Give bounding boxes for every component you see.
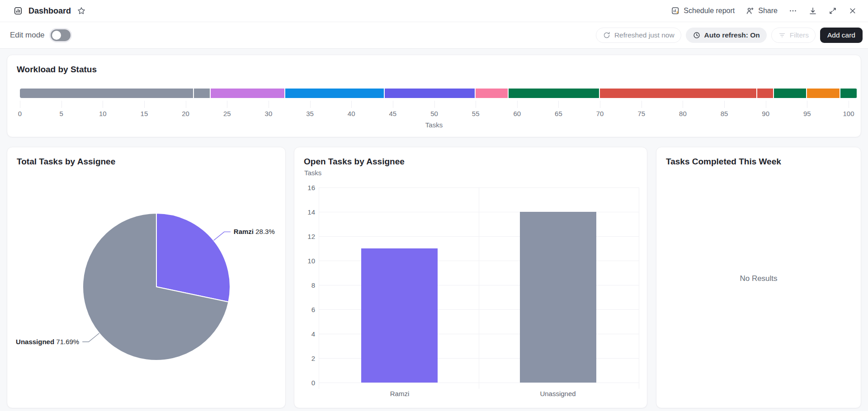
refreshed-label: Refreshed just now: [614, 31, 675, 39]
y-tick-label: 2: [298, 355, 315, 362]
pie-label-unassigned: Unassigned 71.69%: [16, 338, 79, 346]
clock-icon: [693, 31, 701, 39]
status-segment-gray[interactable]: [20, 89, 194, 98]
status-segment-orchid[interactable]: [211, 89, 285, 98]
bar-ramzi[interactable]: [361, 248, 438, 383]
status-segment-blue[interactable]: [285, 89, 385, 98]
dashboard-icon: [14, 6, 23, 15]
expand-button[interactable]: [828, 6, 837, 15]
pie-slice-ramzi[interactable]: [156, 213, 230, 302]
card-title: Open Tasks by Assignee: [304, 157, 405, 167]
v-gridline: [479, 187, 479, 389]
schedule-report-icon: [671, 6, 680, 15]
pie-label-ramzi: Ramzi 28.3%: [234, 228, 275, 235]
tick-line: [600, 101, 600, 108]
refresh-icon: [603, 31, 611, 39]
expand-icon: [828, 6, 837, 15]
tick-line: [20, 101, 20, 108]
y-tick-label: 16: [298, 184, 315, 191]
total-tasks-by-assignee-card: Total Tasks by Assignee Ramzi 28.3%Unass…: [7, 147, 286, 408]
tick-label: 85: [721, 110, 728, 117]
filters-label: Filters: [790, 31, 809, 39]
tick-label: 75: [637, 110, 645, 117]
workload-stacked-bar-chart: 0510152025303540455055606570758085909510…: [20, 89, 857, 138]
status-segment-indigo[interactable]: [385, 89, 476, 98]
y-tick-label: 6: [298, 306, 315, 313]
status-segment-pink[interactable]: [476, 89, 509, 98]
tick-line: [186, 101, 186, 108]
tick-label: 60: [513, 110, 521, 117]
schedule-report-label: Schedule report: [684, 7, 735, 15]
dashboard-toolbar: Edit mode Refreshed just now Auto refres…: [0, 22, 868, 49]
top-bar: Dashboard Schedule report: [0, 0, 868, 22]
tick-label: 30: [265, 110, 273, 117]
status-segment-green[interactable]: [509, 89, 600, 98]
v-gridline: [319, 187, 319, 389]
tick-label: 0: [18, 110, 22, 117]
tick-line: [724, 101, 725, 108]
tick-line: [103, 101, 103, 108]
tick-label: 15: [141, 110, 148, 117]
tick-label: 40: [348, 110, 355, 117]
auto-refresh-label: Auto refresh: On: [704, 31, 760, 39]
status-segment-orange[interactable]: [807, 89, 840, 98]
card-title: Tasks Completed This Week: [666, 157, 781, 167]
status-segment-green[interactable]: [774, 89, 807, 98]
y-tick-label: 14: [298, 208, 315, 216]
more-options-button[interactable]: [788, 6, 797, 15]
download-icon: [808, 6, 817, 15]
edit-mode-toggle[interactable]: [51, 29, 71, 41]
status-segment-green[interactable]: [840, 89, 857, 98]
y-tick-label: 10: [298, 257, 315, 265]
y-tick-label: 8: [298, 281, 315, 289]
tick-label: 55: [472, 110, 480, 117]
pie-leader-line: [214, 232, 231, 240]
add-card-button[interactable]: Add card: [820, 28, 863, 43]
pie-chart: Ramzi 28.3%Unassigned 71.69%: [7, 147, 286, 409]
tick-line: [227, 101, 227, 108]
bar-unassigned[interactable]: [520, 212, 596, 383]
y-tick-label: 4: [298, 330, 315, 338]
filters-button[interactable]: Filters: [771, 28, 816, 43]
tick-label: 25: [223, 110, 231, 117]
tick-line: [849, 101, 849, 108]
tick-line: [61, 101, 62, 108]
auto-refresh-button[interactable]: Auto refresh: On: [686, 28, 767, 43]
close-button[interactable]: [848, 6, 857, 15]
bar-chart-plot: 0246810121416RamziUnassigned: [319, 187, 639, 383]
status-segment-gray[interactable]: [194, 89, 211, 98]
tick-line: [642, 101, 642, 108]
share-icon: [745, 6, 755, 15]
empty-state-message: No Results: [656, 274, 861, 283]
tick-line: [807, 101, 807, 108]
tick-label: 70: [596, 110, 604, 117]
x-tick-label: Unassigned: [540, 390, 576, 397]
status-segment-red[interactable]: [600, 89, 757, 98]
refreshed-button[interactable]: Refreshed just now: [596, 28, 681, 43]
y-axis-title: Tasks: [304, 169, 321, 177]
tick-label: 65: [555, 110, 562, 117]
edit-mode-label: Edit mode: [10, 31, 45, 40]
tick-line: [517, 101, 518, 108]
share-button[interactable]: Share: [745, 6, 778, 15]
close-icon: [848, 6, 857, 15]
download-button[interactable]: [808, 6, 817, 15]
tick-label: 95: [803, 110, 811, 117]
tick-line: [393, 101, 393, 108]
card-title: Workload by Status: [17, 65, 97, 75]
tick-line: [766, 101, 766, 108]
ellipsis-icon: [788, 6, 797, 15]
schedule-report-button[interactable]: Schedule report: [671, 6, 735, 15]
tick-line: [269, 101, 269, 108]
x-tick-label: Ramzi: [390, 390, 410, 397]
page-title: Dashboard: [28, 6, 71, 16]
tick-label: 90: [762, 110, 769, 117]
tick-line: [683, 101, 683, 108]
status-segment-red[interactable]: [757, 89, 774, 98]
favorite-star-icon[interactable]: [77, 6, 86, 15]
share-label: Share: [758, 7, 778, 15]
toggle-knob: [52, 31, 61, 40]
tick-label: 35: [306, 110, 314, 117]
open-tasks-by-assignee-card: Open Tasks by Assignee Tasks 02468101214…: [294, 147, 647, 408]
tick-line: [476, 101, 476, 108]
